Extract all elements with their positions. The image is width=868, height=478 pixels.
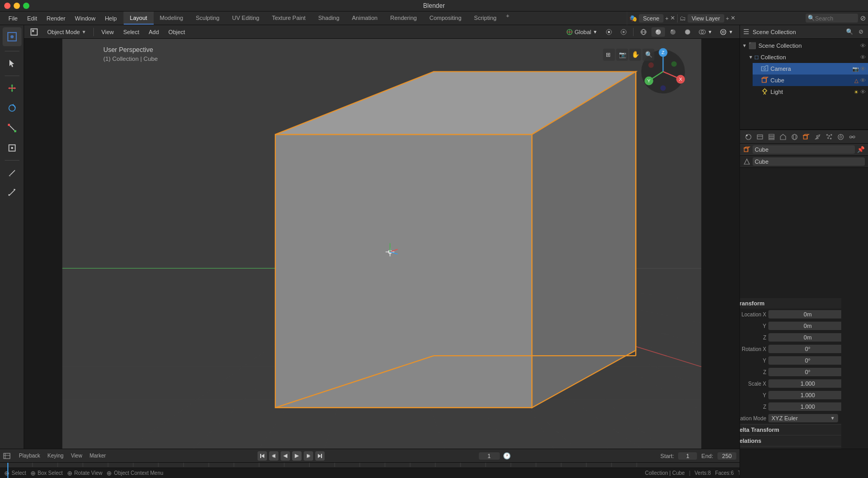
- relations-header[interactable]: ▶ Relations: [740, 435, 841, 446]
- prop-tab-physics[interactable]: [835, 132, 846, 142]
- start-frame-input[interactable]: [678, 452, 697, 460]
- add-workspace-button[interactable]: +: [503, 12, 512, 25]
- editor-type-selector[interactable]: [27, 27, 41, 37]
- scene-selector[interactable]: Scene: [639, 14, 663, 23]
- prop-tab-view-layer[interactable]: [766, 132, 777, 142]
- tab-shading[interactable]: Shading: [312, 12, 346, 25]
- tab-compositing[interactable]: Compositing: [423, 12, 468, 25]
- prop-tab-world[interactable]: [789, 132, 800, 142]
- transform-section-header[interactable]: ▼ Transform: [740, 298, 841, 309]
- step-back-button[interactable]: [269, 451, 278, 461]
- object-name-input[interactable]: [753, 145, 855, 154]
- xray-toggle[interactable]: ▼: [716, 27, 736, 37]
- menu-render[interactable]: Render: [42, 14, 70, 23]
- scene-collection-visibility[interactable]: 👁: [860, 43, 866, 49]
- overlay-toggle[interactable]: ▼: [695, 27, 715, 37]
- cube-visibility[interactable]: 👁: [860, 77, 866, 83]
- material-shading[interactable]: [666, 27, 680, 37]
- view-menu[interactable]: View: [98, 28, 117, 36]
- transform-orientation[interactable]: Global ▼: [563, 28, 601, 36]
- light-item[interactable]: Light ☀ 👁: [753, 86, 868, 98]
- prop-tab-render[interactable]: [743, 132, 754, 142]
- playback-menu[interactable]: Playback: [17, 452, 42, 459]
- tab-rendering[interactable]: Rendering: [384, 12, 423, 25]
- close-button[interactable]: [4, 3, 10, 9]
- tab-modeling[interactable]: Modeling: [154, 12, 190, 25]
- location-y-input[interactable]: [768, 322, 841, 330]
- menu-window[interactable]: Window: [71, 14, 100, 23]
- camera-visibility[interactable]: 👁: [860, 66, 866, 72]
- annotate-tool[interactable]: [3, 163, 22, 182]
- prop-pin-icon[interactable]: 📌: [857, 146, 865, 153]
- cube-item[interactable]: Cube △ 👁: [753, 75, 868, 86]
- menu-file[interactable]: File: [4, 14, 22, 23]
- transform-tool[interactable]: [3, 139, 22, 157]
- maximize-button[interactable]: [23, 3, 29, 9]
- tab-texture-paint[interactable]: Texture Paint: [265, 12, 312, 25]
- add-menu[interactable]: Add: [146, 28, 163, 36]
- data-name-input[interactable]: [753, 157, 865, 166]
- jump-end-button[interactable]: [315, 451, 325, 461]
- object-menu[interactable]: Object: [165, 28, 188, 36]
- move-tool[interactable]: [3, 79, 22, 98]
- location-z-input[interactable]: [768, 333, 841, 342]
- rendered-shading[interactable]: [681, 27, 694, 37]
- snap-toggle[interactable]: [603, 28, 615, 36]
- current-frame-input[interactable]: [479, 452, 500, 460]
- rotation-mode-selector[interactable]: XYZ Euler ▼: [768, 414, 838, 422]
- select-menu[interactable]: Select: [120, 28, 143, 36]
- tab-scripting[interactable]: Scripting: [468, 12, 503, 25]
- rotate-tool[interactable]: [3, 99, 22, 118]
- keying-menu[interactable]: Keying: [46, 452, 66, 459]
- scale-y-input[interactable]: [768, 391, 841, 399]
- play-reverse-button[interactable]: [281, 451, 290, 461]
- tab-animation[interactable]: Animation: [346, 12, 384, 25]
- view-layer-selector[interactable]: View Layer: [688, 14, 724, 23]
- scene-add-icon[interactable]: +: [665, 15, 668, 22]
- scale-tool[interactable]: [3, 119, 22, 137]
- search-input[interactable]: [815, 15, 857, 22]
- scene-remove-icon[interactable]: ✕: [670, 15, 675, 22]
- scale-x-input[interactable]: [768, 379, 841, 388]
- object-mode-selector[interactable]: Object Mode ▼: [44, 28, 89, 36]
- view-menu-tl[interactable]: View: [69, 452, 84, 459]
- filter-icon[interactable]: ⊘: [860, 14, 866, 22]
- menu-edit[interactable]: Edit: [23, 14, 41, 23]
- solid-shading[interactable]: [651, 27, 665, 37]
- tab-uv-editing[interactable]: UV Editing: [226, 12, 265, 25]
- wireframe-shading[interactable]: [637, 27, 650, 37]
- proportional-edit[interactable]: [617, 28, 630, 36]
- view-layer-add-icon[interactable]: +: [726, 15, 729, 22]
- tab-layout[interactable]: Layout: [124, 12, 154, 25]
- collection-item[interactable]: ▼ □ Collection 👁: [746, 51, 868, 63]
- prop-tab-modifier[interactable]: [812, 132, 823, 142]
- prop-tab-output[interactable]: [755, 132, 765, 142]
- rotation-y-input[interactable]: [768, 356, 841, 365]
- tab-sculpting[interactable]: Sculpting: [189, 12, 226, 25]
- scale-z-input[interactable]: [768, 402, 841, 411]
- rotation-z-input[interactable]: [768, 368, 841, 376]
- light-visibility[interactable]: 👁: [860, 89, 866, 95]
- collection-visibility[interactable]: 👁: [860, 54, 866, 60]
- scene-collection-item[interactable]: ▼ ⬛ Scene Collection 👁: [740, 40, 868, 51]
- step-forward-button[interactable]: [304, 451, 313, 461]
- end-frame-input[interactable]: [717, 452, 736, 460]
- play-pause-button[interactable]: [292, 451, 302, 461]
- cursor-tool[interactable]: [3, 54, 22, 73]
- prop-tab-object[interactable]: [801, 132, 811, 142]
- delta-transform-header[interactable]: ▶ Delta Transform: [740, 424, 841, 435]
- prop-tab-constraints[interactable]: [847, 132, 858, 142]
- jump-start-button[interactable]: [258, 451, 267, 461]
- rotation-x-input[interactable]: [768, 345, 841, 353]
- measure-tool[interactable]: [3, 183, 22, 202]
- outliner-filter-icon[interactable]: ⊘: [857, 28, 865, 36]
- viewport-canvas[interactable]: User Perspective (1) Collection | Cube: [24, 39, 740, 449]
- menu-help[interactable]: Help: [101, 14, 121, 23]
- minimize-button[interactable]: [14, 3, 20, 9]
- prop-tab-scene[interactable]: [778, 132, 788, 142]
- prop-tab-particles[interactable]: [824, 132, 834, 142]
- outliner-search-icon[interactable]: 🔍: [844, 28, 855, 36]
- location-x-input[interactable]: [768, 310, 841, 318]
- view-layer-remove-icon[interactable]: ✕: [731, 15, 735, 22]
- marker-menu[interactable]: Marker: [88, 452, 108, 459]
